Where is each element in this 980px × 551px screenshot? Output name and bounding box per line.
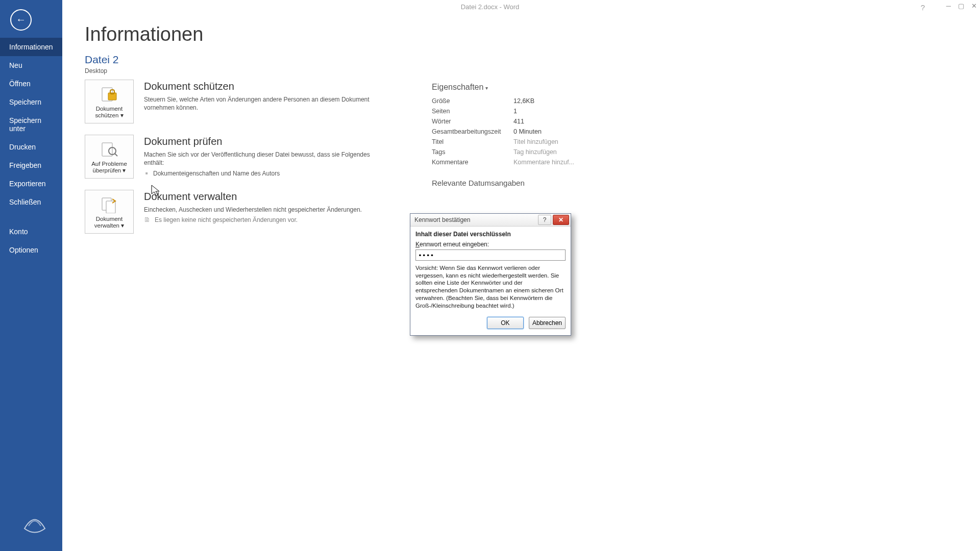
manage-desc: Einchecken, Auschecken und Wiederherstel… xyxy=(144,206,384,214)
dialog-close-button[interactable]: ✕ xyxy=(553,215,569,225)
protect-heading: Dokument schützen xyxy=(144,81,432,92)
maximize-button[interactable]: ▢ xyxy=(958,2,964,10)
nav-informationen[interactable]: Informationen xyxy=(0,38,62,56)
nav-konto[interactable]: Konto xyxy=(0,222,62,241)
inspect-icon xyxy=(99,140,120,159)
cancel-button[interactable]: Abbrechen xyxy=(529,317,566,329)
nav-neu[interactable]: Neu xyxy=(0,56,62,74)
prop-key: Tags xyxy=(432,148,513,156)
inspect-document-section: Auf Probleme überprüfen ▾ Dokument prüfe… xyxy=(85,135,432,179)
prop-value: 12,6KB xyxy=(513,97,534,105)
manage-heading: Dokument verwalten xyxy=(144,191,432,203)
dialog-help-button[interactable]: ? xyxy=(538,215,551,225)
svg-line-5 xyxy=(115,154,117,156)
dialog-titlebar[interactable]: Kennwort bestätigen ? ✕ xyxy=(410,214,571,227)
logo-icon xyxy=(19,508,50,539)
protect-document-button[interactable]: Dokument schützen ▾ xyxy=(85,80,134,123)
prop-value: 0 Minuten xyxy=(513,128,542,135)
nav-optionen[interactable]: Optionen xyxy=(0,241,62,259)
prop-key: Seiten xyxy=(432,108,513,115)
backstage-sidebar: ← Informationen Neu Öffnen Speichern Spe… xyxy=(0,0,62,551)
minimize-button[interactable]: ─ xyxy=(946,2,951,10)
ok-button[interactable]: OK xyxy=(487,317,524,329)
check-for-issues-label: Auf Probleme überprüfen ▾ xyxy=(85,161,133,174)
nav-speichern[interactable]: Speichern xyxy=(0,93,62,111)
prop-value: 1 xyxy=(513,108,517,115)
lock-icon xyxy=(99,85,120,104)
nav-schliessen[interactable]: Schließen xyxy=(0,193,62,211)
prop-key: Wörter xyxy=(432,118,513,125)
protect-document-section: Dokument schützen ▾ Dokument schützen St… xyxy=(85,80,432,123)
prop-key: Kommentare xyxy=(432,159,513,166)
prop-value-placeholder[interactable]: Tag hinzufügen xyxy=(513,148,557,156)
dialog-warning-text: Vorsicht: Wenn Sie das Kennwort verliere… xyxy=(415,264,566,309)
page-title: Informationen xyxy=(85,23,980,45)
prop-key: Titel xyxy=(432,138,513,145)
back-button[interactable]: ← xyxy=(10,9,32,31)
no-unsaved-text: Es liegen keine nicht gespeicherten Ände… xyxy=(155,216,298,223)
document-icon: 🗎 xyxy=(144,216,151,223)
manage-document-section: Dokument verwalten ▾ Dokument verwalten … xyxy=(85,190,432,234)
close-window-button[interactable]: ✕ xyxy=(971,2,977,10)
protect-document-label: Dokument schützen ▾ xyxy=(85,106,133,119)
prop-key: Größe xyxy=(432,97,513,105)
window-title: Datei 2.docx - Word xyxy=(0,0,980,14)
manage-document-label: Dokument verwalten ▾ xyxy=(85,216,133,229)
password-label: Kennwort erneut eingeben: xyxy=(415,241,566,248)
prop-key: Gesamtbearbeitungszeit xyxy=(432,128,513,135)
check-for-issues-button[interactable]: Auf Probleme überprüfen ▾ xyxy=(85,135,134,179)
title-bar: Datei 2.docx - Word ? ─ ▢ ✕ xyxy=(0,0,980,14)
info-sections: Dokument schützen ▾ Dokument schützen St… xyxy=(85,80,432,245)
inspect-heading: Dokument prüfen xyxy=(144,136,432,147)
nav-oeffnen[interactable]: Öffnen xyxy=(0,74,62,93)
protect-desc: Steuern Sie, welche Arten von Änderungen… xyxy=(144,95,384,112)
prop-value: 411 xyxy=(513,118,524,125)
properties-heading[interactable]: Eigenschaften▾ xyxy=(432,83,646,92)
inspect-bullet-1: Dokumenteigenschaften und Name des Autor… xyxy=(144,170,432,177)
nav-drucken[interactable]: Drucken xyxy=(0,138,62,156)
inspect-desc: Machen Sie sich vor der Veröffentlichung… xyxy=(144,151,384,167)
confirm-password-dialog: Kennwort bestätigen ? ✕ Inhalt dieser Da… xyxy=(410,213,571,336)
backstage-nav: Informationen Neu Öffnen Speichern Speic… xyxy=(0,38,62,259)
prop-value-placeholder[interactable]: Titel hinzufügen xyxy=(513,138,558,145)
help-icon[interactable]: ? xyxy=(921,3,925,12)
prop-value-placeholder[interactable]: Kommentare hinzuf... xyxy=(513,159,574,166)
document-name: Datei 2 xyxy=(85,54,980,66)
chevron-down-icon: ▾ xyxy=(485,85,488,91)
manage-document-button[interactable]: Dokument verwalten ▾ xyxy=(85,190,134,234)
password-input[interactable] xyxy=(415,249,566,261)
document-path: Desktop xyxy=(85,67,980,74)
relevant-dates-heading: Relevante Datumsangaben xyxy=(432,179,646,187)
nav-speichern-unter[interactable]: Speichern unter xyxy=(0,111,62,138)
nav-freigeben[interactable]: Freigeben xyxy=(0,156,62,174)
dialog-heading: Inhalt dieser Datei verschlüsseln xyxy=(415,231,566,238)
manage-icon xyxy=(99,195,120,214)
dialog-title-text: Kennwort bestätigen xyxy=(414,216,470,223)
nav-exportieren[interactable]: Exportieren xyxy=(0,174,62,193)
svg-rect-7 xyxy=(106,201,115,213)
